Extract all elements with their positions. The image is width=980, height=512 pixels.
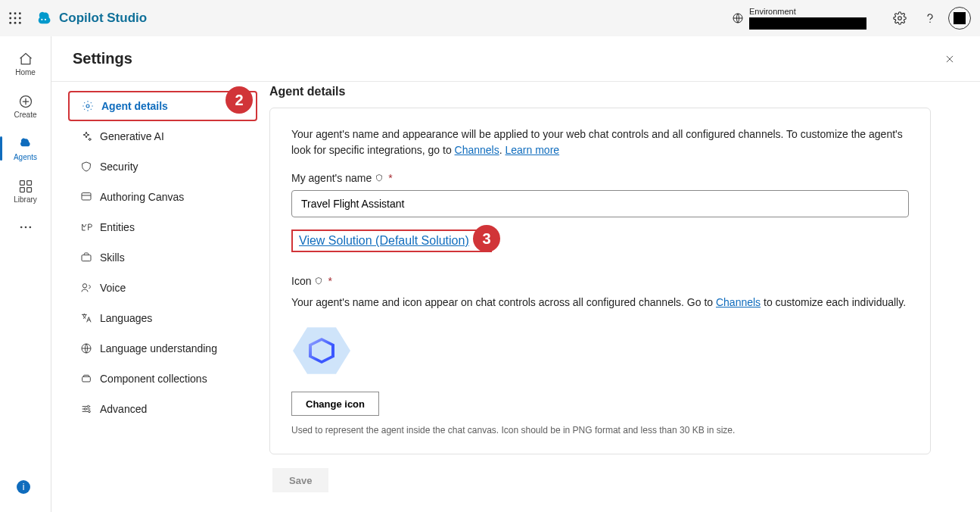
sidebar-item-label: Skills xyxy=(100,251,125,264)
gear-icon xyxy=(893,11,907,25)
sidebar-item-label: Entities xyxy=(100,221,135,233)
top-header-bar: Copilot Studio Environment xyxy=(0,0,980,36)
svg-point-13 xyxy=(929,22,931,23)
skills-icon xyxy=(80,251,92,264)
svg-point-5 xyxy=(19,17,21,20)
settings-gear-button[interactable] xyxy=(885,3,915,33)
svg-point-6 xyxy=(9,22,11,24)
close-button[interactable] xyxy=(941,50,959,68)
svg-point-2 xyxy=(19,12,21,14)
language-understanding-icon xyxy=(80,342,92,354)
sidebar-item-skills[interactable]: Skills xyxy=(68,242,257,273)
agent-icon-preview: ✦ xyxy=(291,320,352,381)
section-title: Agent details xyxy=(269,85,931,98)
svg-point-9 xyxy=(41,19,42,20)
sidebar-item-security[interactable]: Security xyxy=(68,151,257,182)
sidebar-item-label: Authoring Canvas xyxy=(100,191,184,203)
brand-home-link[interactable]: Copilot Studio xyxy=(36,10,147,27)
svg-rect-23 xyxy=(82,193,91,200)
nav-info-button[interactable]: i xyxy=(17,480,30,494)
entities-icon xyxy=(80,221,92,233)
shield-icon xyxy=(80,161,92,173)
svg-point-3 xyxy=(9,17,11,20)
sidebar-item-generative-ai[interactable]: Generative AI xyxy=(68,121,257,151)
help-button[interactable] xyxy=(915,3,945,33)
sparkle-icon xyxy=(80,130,92,142)
change-icon-button[interactable]: Change icon xyxy=(291,392,379,416)
canvas-icon xyxy=(80,191,92,203)
info-icon: i xyxy=(23,482,25,492)
brand-text: Copilot Studio xyxy=(59,11,147,26)
sidebar-item-component-collections[interactable]: Component collections xyxy=(68,364,257,394)
sidebar-item-label: Language understanding xyxy=(100,342,217,354)
annotation-circle-2: 2 xyxy=(226,86,253,114)
shield-icon xyxy=(314,276,323,286)
library-icon xyxy=(18,179,33,194)
sidebar-item-entities[interactable]: Entities xyxy=(68,212,257,242)
environment-picker[interactable]: Environment xyxy=(749,7,866,29)
nav-create[interactable]: Create xyxy=(5,88,47,124)
sidebar-item-label: Agent details xyxy=(101,100,168,112)
page-header: Settings xyxy=(51,36,980,82)
svg-rect-17 xyxy=(20,187,24,192)
nav-home-label: Home xyxy=(15,68,36,76)
sidebar-item-advanced[interactable]: Advanced xyxy=(68,394,257,424)
left-nav-rail: Home Create Agents Library i xyxy=(0,36,51,512)
svg-point-25 xyxy=(82,284,86,288)
svg-point-7 xyxy=(14,22,17,24)
create-icon xyxy=(18,94,33,109)
copilot-logo-icon xyxy=(36,10,53,27)
agent-name-label: My agent's name * xyxy=(291,172,909,184)
voice-icon xyxy=(80,282,92,294)
agents-icon xyxy=(18,136,33,151)
nav-agents-label: Agents xyxy=(14,153,37,161)
svg-rect-27 xyxy=(82,376,91,382)
nav-more[interactable] xyxy=(5,215,47,239)
nav-home[interactable]: Home xyxy=(5,45,47,82)
svg-point-19 xyxy=(20,226,22,229)
svg-rect-15 xyxy=(20,180,24,185)
svg-rect-24 xyxy=(82,255,91,261)
sidebar-item-authoring-canvas[interactable]: Authoring Canvas xyxy=(68,182,257,212)
sidebar-item-language-understanding[interactable]: Language understanding xyxy=(68,333,257,364)
nav-create-label: Create xyxy=(14,111,36,119)
shield-icon xyxy=(375,173,384,183)
advanced-icon xyxy=(80,403,92,415)
svg-point-10 xyxy=(45,19,46,20)
gear-icon xyxy=(82,100,94,112)
svg-point-12 xyxy=(898,17,902,20)
environment-name-redacted xyxy=(749,17,866,30)
svg-rect-18 xyxy=(26,187,31,192)
details-pane: Agent details Your agent's name and appe… xyxy=(265,82,961,512)
nav-agents[interactable]: Agents xyxy=(5,130,47,167)
svg-point-1 xyxy=(14,12,17,14)
help-icon xyxy=(923,11,937,25)
channels-link[interactable]: Channels xyxy=(455,144,499,156)
save-button[interactable]: Save xyxy=(272,468,328,492)
sidebar-item-label: Component collections xyxy=(100,373,207,385)
svg-point-28 xyxy=(87,405,89,407)
svg-point-8 xyxy=(19,22,21,24)
svg-point-21 xyxy=(29,226,31,229)
more-icon xyxy=(18,220,33,235)
view-solution-link[interactable]: View Solution (Default Solution) xyxy=(299,234,469,248)
channels-link-2[interactable]: Channels xyxy=(716,296,761,308)
svg-point-29 xyxy=(84,408,86,411)
close-icon xyxy=(944,54,955,64)
svg-point-30 xyxy=(89,411,91,413)
icon-label: Icon * xyxy=(291,275,909,287)
page-title: Settings xyxy=(73,50,132,67)
icon-hint: Used to represent the agent inside the c… xyxy=(291,425,909,436)
sidebar-item-voice[interactable]: Voice xyxy=(68,273,257,303)
home-icon xyxy=(18,52,33,67)
account-avatar[interactable] xyxy=(948,7,971,30)
main-area: Settings Agent details 2 Gener xyxy=(51,36,980,512)
nav-library-label: Library xyxy=(14,195,37,204)
learn-more-link[interactable]: Learn more xyxy=(506,144,560,156)
settings-sidebar: Agent details 2 Generative AI Security A… xyxy=(61,82,265,512)
agent-name-input[interactable] xyxy=(291,190,909,217)
app-launcher-icon[interactable] xyxy=(8,11,23,26)
sidebar-item-languages[interactable]: Languages xyxy=(68,303,257,333)
sidebar-item-label: Voice xyxy=(100,282,126,294)
nav-library[interactable]: Library xyxy=(5,173,47,209)
